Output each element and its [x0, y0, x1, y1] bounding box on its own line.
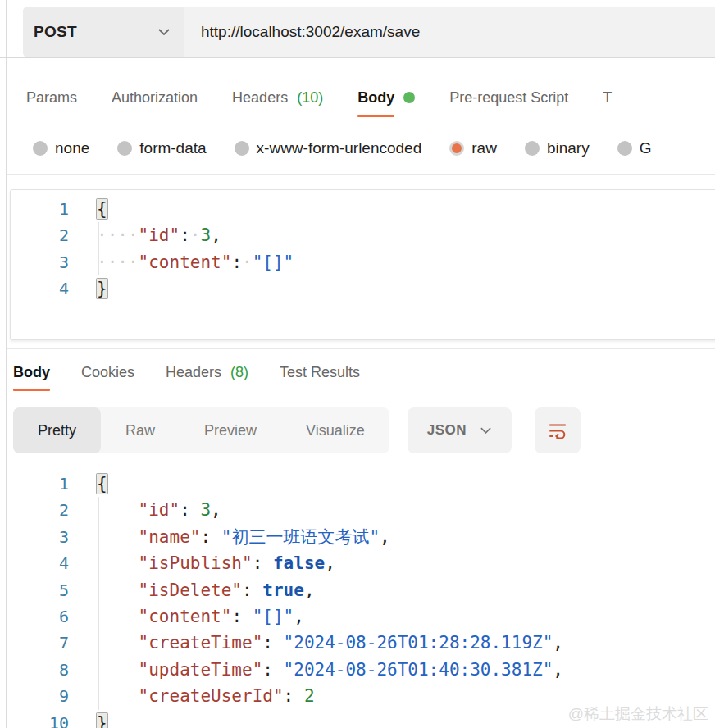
- body-type-binary[interactable]: binary: [525, 139, 590, 157]
- code-line: 3 "name": "初三一班语文考试",: [0, 524, 715, 550]
- response-body-editor[interactable]: 1{2 "id": 3,3 "name": "初三一班语文考试",4 "isPu…: [0, 464, 715, 728]
- radio-label: none: [55, 139, 89, 157]
- request-body-editor[interactable]: 1{2····"id":·3,3····"content":·"[]"4}: [10, 189, 715, 340]
- response-tab-headers[interactable]: Headers(8): [166, 351, 248, 394]
- radio-label: G: [640, 139, 652, 157]
- response-tab-cookies[interactable]: Cookies: [81, 351, 134, 394]
- chevron-down-icon: [480, 426, 492, 435]
- line-number: 3: [0, 524, 69, 550]
- line-number: 8: [0, 657, 69, 683]
- line-number: 4: [11, 275, 69, 302]
- code-line: 6 "content": "[]",: [0, 603, 715, 630]
- code-content: ····"content":·"[]": [97, 249, 294, 275]
- response-tab-body[interactable]: Body: [13, 351, 50, 394]
- code-content: "updateTime": "2024-08-26T01:40:30.381Z"…: [97, 657, 563, 683]
- view-preview[interactable]: Preview: [180, 407, 281, 453]
- indent-guide: [98, 497, 99, 709]
- tab-label: Authorization: [112, 75, 198, 120]
- body-type-options: noneform-datax-www-form-urlencodedrawbin…: [33, 131, 715, 166]
- active-tab-underline: [13, 389, 50, 391]
- section-divider: [7, 174, 715, 175]
- code-content: "content": "[]",: [97, 603, 304, 630]
- code-line: 4}: [11, 275, 715, 302]
- watermark: @稀土掘金技术社区: [568, 703, 708, 725]
- code-line: 5 "isDelete": true,: [0, 577, 715, 603]
- tab-headers[interactable]: Headers(10): [232, 75, 323, 120]
- tab-label: Test Results: [280, 351, 360, 394]
- tab-pre-request-script[interactable]: Pre-request Script: [449, 75, 568, 120]
- radio-button-icon: [117, 141, 132, 156]
- view-pretty[interactable]: Pretty: [13, 407, 101, 453]
- response-format-dropdown[interactable]: JSON: [408, 407, 512, 453]
- request-tabs: ParamsAuthorizationHeaders(10)BodyPre-re…: [26, 75, 715, 120]
- radio-button-icon: [449, 141, 464, 156]
- line-number: 1: [0, 471, 69, 497]
- response-format-label: JSON: [427, 422, 467, 439]
- code-line: 2 "id": 3,: [0, 497, 715, 523]
- radio-button-icon: [617, 141, 632, 156]
- tab-label: T: [603, 75, 612, 120]
- radio-label: binary: [547, 139, 590, 157]
- wrap-lines-button[interactable]: [535, 407, 581, 453]
- radio-button-icon: [235, 141, 249, 156]
- method-selector[interactable]: POST: [23, 7, 184, 57]
- code-line: 2····"id":·3,: [11, 222, 715, 248]
- tab-body[interactable]: Body: [358, 75, 415, 120]
- line-number: 3: [11, 249, 69, 275]
- url-input[interactable]: http://localhost:3002/exam/save: [184, 7, 715, 57]
- body-type-graphql[interactable]: G: [617, 139, 652, 157]
- tab-authorization[interactable]: Authorization: [112, 75, 198, 120]
- line-number: 1: [11, 196, 69, 222]
- code-line: 4 "isPublish": false,: [0, 550, 715, 576]
- view-raw[interactable]: Raw: [101, 407, 180, 453]
- radio-label: x-www-form-urlencoded: [257, 139, 422, 157]
- code-content: ····"id":·3,: [97, 222, 221, 248]
- code-content: "id": 3,: [97, 497, 221, 523]
- line-number: 7: [0, 630, 69, 656]
- radio-button-icon: [33, 141, 48, 156]
- code-content: }: [97, 275, 107, 302]
- code-content: {: [97, 196, 107, 222]
- method-label: POST: [34, 23, 77, 41]
- radio-button-icon: [525, 141, 540, 156]
- tab-label: Pre-request Script: [449, 75, 568, 120]
- response-tab-test-results[interactable]: Test Results: [280, 351, 360, 394]
- tab-label: Params: [26, 75, 77, 120]
- chevron-down-icon: [157, 28, 171, 36]
- active-tab-underline: [358, 115, 394, 117]
- section-divider: [7, 348, 715, 349]
- body-type-none[interactable]: none: [33, 139, 89, 157]
- view-visualize[interactable]: Visualize: [281, 407, 389, 453]
- radio-label: raw: [471, 139, 497, 157]
- response-view-group: PrettyRawPreviewVisualize: [13, 407, 389, 453]
- line-number: 10: [0, 710, 69, 728]
- response-tabs: BodyCookiesHeaders(8)Test Results: [13, 351, 715, 394]
- url-text: http://localhost:3002/exam/save: [201, 23, 420, 41]
- code-line: 7 "createTime": "2024-08-26T01:28:28.119…: [0, 630, 715, 656]
- code-content: {: [97, 471, 107, 497]
- code-content: "createUserId": 2: [97, 683, 315, 709]
- body-type-x-www-form-urlencoded[interactable]: x-www-form-urlencoded: [235, 139, 422, 157]
- body-type-raw[interactable]: raw: [449, 139, 497, 157]
- code-content: "name": "初三一班语文考试",: [97, 524, 390, 550]
- code-line: 1{: [0, 471, 715, 497]
- tab-label: Body: [358, 75, 394, 120]
- tab-label: Headers: [166, 351, 221, 394]
- response-toolbar: PrettyRawPreviewVisualize JSON: [13, 407, 715, 453]
- line-number: 5: [0, 577, 69, 603]
- tab-tests[interactable]: T: [603, 75, 612, 120]
- wrap-line-icon: [547, 420, 568, 441]
- line-number: 4: [0, 550, 69, 576]
- body-type-form-data[interactable]: form-data: [117, 139, 206, 157]
- code-line: 1{: [11, 196, 715, 222]
- line-number: 6: [0, 603, 69, 630]
- tab-label: Body: [13, 351, 50, 394]
- radio-label: form-data: [139, 139, 206, 157]
- code-line: 8 "updateTime": "2024-08-26T01:40:30.381…: [0, 657, 715, 683]
- line-number: 2: [0, 497, 69, 523]
- tab-count: (10): [297, 89, 323, 107]
- tab-params[interactable]: Params: [26, 75, 77, 120]
- request-url-bar: POST http://localhost:3002/exam/save: [23, 7, 715, 57]
- code-line: 3····"content":·"[]": [11, 249, 715, 275]
- url-bar-divider: [0, 57, 715, 58]
